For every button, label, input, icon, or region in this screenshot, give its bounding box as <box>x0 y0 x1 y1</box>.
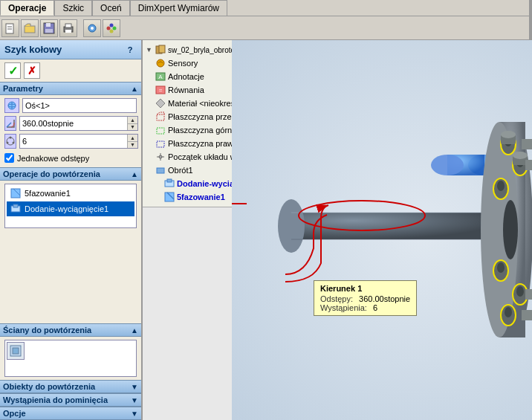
ops-item-sfazowanie[interactable]: 5fazowanie1 <box>7 186 134 201</box>
dodanie-label: Dodanie-wyciągnięcie1 <box>25 204 108 213</box>
angle-row: ▲ ▼ <box>4 116 137 131</box>
toolbar-options2[interactable] <box>103 19 120 37</box>
angle-spinner-up[interactable]: ▲ <box>128 117 137 124</box>
menu-bar: Operacje Szkic Oceń DimXpert Wymiarów <box>0 0 532 16</box>
wystapienia-label: Wystąpienia do pominięcia <box>3 395 108 404</box>
svg-point-37 <box>159 155 162 158</box>
reject-button[interactable]: ✗ <box>24 62 40 79</box>
svg-point-63 <box>516 286 524 297</box>
plane-gorna-icon <box>155 124 166 136</box>
sciany-arrow: ▲ <box>131 326 138 335</box>
svg-rect-6 <box>45 29 53 33</box>
jednakowe-checkbox[interactable] <box>4 153 14 163</box>
toolbar-save[interactable] <box>40 19 58 37</box>
svg-rect-29 <box>159 45 165 53</box>
svg-point-20 <box>10 137 12 139</box>
model-viewport[interactable] <box>232 40 532 420</box>
adnotacje-icon: A <box>155 71 166 83</box>
left-panel: Szyk kołowy ? ✓ ✗ Parametry ▲ <box>0 40 143 420</box>
axis-input[interactable] <box>23 99 136 112</box>
angle-input[interactable] <box>20 117 127 130</box>
angle-icon <box>4 116 16 131</box>
parametry-content: ▲ ▼ ▲ ▼ <box>0 95 141 167</box>
opcje-label: Opcje <box>3 409 26 418</box>
svg-rect-3 <box>25 26 35 33</box>
sfazowanie-icon <box>10 187 22 199</box>
count-spinner-up[interactable]: ▲ <box>128 135 137 142</box>
svg-rect-5 <box>46 23 51 27</box>
axis-input-wrapper <box>22 98 137 113</box>
svg-rect-41 <box>165 193 174 201</box>
obiekty-section-header[interactable]: Obiekty do powtórzenia ▼ <box>0 380 141 393</box>
ops-item-dodanie[interactable]: Dodanie-wyciągnięcie1 <box>7 201 134 216</box>
dodanie-tree-icon <box>163 178 175 190</box>
help-button[interactable]: ? <box>123 43 137 56</box>
obiekty-arrow: ▼ <box>131 383 138 391</box>
parametry-section-header[interactable]: Parametry ▲ <box>0 82 141 95</box>
tree-root-icon <box>155 44 166 56</box>
tree-root-expand: ▼ <box>146 46 153 54</box>
operacje-content: 5fazowanie1 Dodanie-wyciągnięcie1 <box>0 181 141 323</box>
panel-icons: ? <box>123 43 137 56</box>
toolbar <box>0 16 532 40</box>
angle-spinner: ▲ ▼ <box>127 117 137 130</box>
tooltip: Kierunek 1 Odstępy: 360.00stopnie Wystąp… <box>314 280 417 316</box>
svg-point-21 <box>13 142 15 144</box>
obrot-icon <box>155 164 166 176</box>
svg-rect-25 <box>13 204 18 207</box>
svg-point-11 <box>91 27 94 30</box>
svg-text:A: A <box>158 74 163 80</box>
tooltip-title: Kierunek 1 <box>320 284 410 293</box>
svg-rect-86 <box>522 310 532 320</box>
obrot-label: Obrót1 <box>168 166 193 175</box>
svg-rect-23 <box>11 189 20 198</box>
tab-ocen[interactable]: Oceń <box>92 0 130 16</box>
svg-point-54 <box>503 200 518 259</box>
plane-przednia-icon <box>155 111 166 123</box>
svg-rect-8 <box>65 24 71 28</box>
rownania-label: Równania <box>168 85 204 94</box>
svg-point-76 <box>513 152 528 159</box>
svg-rect-77 <box>522 139 532 149</box>
sfaz-tree-icon <box>163 191 175 203</box>
sciany-content <box>0 337 141 380</box>
tab-dimxpert[interactable]: DimXpert Wymiarów <box>130 0 227 16</box>
toolbar-options[interactable] <box>83 19 101 37</box>
rownania-icon: = <box>155 84 166 96</box>
count-input[interactable] <box>20 135 127 148</box>
obiekty-label: Obiekty do powtórzenia <box>3 382 95 391</box>
sciany-section-header[interactable]: Ściany do powtórzenia ▲ <box>0 323 141 337</box>
accept-button[interactable]: ✓ <box>4 62 21 79</box>
sciany-icon <box>7 342 25 360</box>
count-spinner-down[interactable]: ▼ <box>128 142 137 149</box>
ops-list: 5fazowanie1 Dodanie-wyciągnięcie1 <box>4 184 137 228</box>
angle-spinner-down[interactable]: ▼ <box>128 124 137 131</box>
svg-rect-83 <box>525 289 532 300</box>
main-layout: Szyk kołowy ? ✓ ✗ Parametry ▲ <box>0 40 532 420</box>
tab-szkic[interactable]: Szkic <box>54 0 92 16</box>
operacje-arrow: ▲ <box>131 170 138 178</box>
toolbar-new[interactable] <box>1 19 19 37</box>
opcje-section-header[interactable]: Opcje ▼ <box>0 407 141 420</box>
sensory-icon <box>155 57 166 69</box>
angle-input-wrapper: ▲ ▼ <box>19 116 138 131</box>
checkbox-row: Jednakowe odstępy <box>4 152 137 164</box>
svg-point-69 <box>497 181 505 191</box>
count-input-wrapper: ▲ ▼ <box>19 134 138 149</box>
toolbar-print[interactable] <box>59 19 77 37</box>
svg-point-13 <box>113 26 117 30</box>
axis-row <box>4 98 137 113</box>
operacje-label: Operacje do powtórzenia <box>3 169 100 178</box>
toolbar-open[interactable] <box>21 19 39 37</box>
wystapienia-section-header[interactable]: Wystąpienia do pominięcia ▼ <box>0 393 141 407</box>
tooltip-value-0: 360.00stopnie <box>359 294 410 303</box>
wystapienia-arrow: ▼ <box>131 396 138 404</box>
sensory-label: Sensory <box>168 59 198 68</box>
tab-operacje[interactable]: Operacje <box>0 0 54 16</box>
count-spinner: ▲ ▼ <box>127 135 137 148</box>
sciany-label: Ściany do powtórzenia <box>3 326 91 335</box>
svg-text:=: = <box>159 87 163 94</box>
dodanie-icon <box>10 203 22 215</box>
svg-rect-38 <box>157 168 164 173</box>
operacje-section-header[interactable]: Operacje do powtórzenia ▲ <box>0 167 141 181</box>
